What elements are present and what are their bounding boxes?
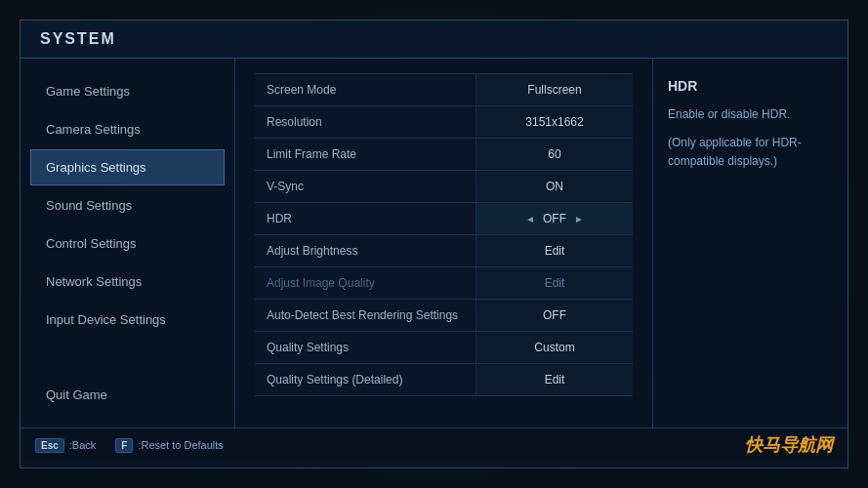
sidebar: Game Settings Camera Settings Graphics S… — [21, 59, 235, 427]
info-panel: HDR Enable or disable HDR. (Only applica… — [652, 59, 847, 427]
setting-label-quality-settings: Quality Settings — [255, 332, 476, 363]
table-row[interactable]: Limit Frame Rate 60 — [255, 139, 633, 171]
setting-label-limit-frame-rate: Limit Frame Rate — [255, 139, 476, 170]
info-panel-line-2: (Only applicable for HDR-compatible disp… — [668, 134, 833, 171]
table-row[interactable]: Resolution 3151x1662 — [255, 106, 633, 139]
sidebar-item-sound-settings[interactable]: Sound Settings — [30, 187, 225, 224]
setting-label-adjust-image-quality: Adjust Image Quality — [255, 267, 476, 299]
page-title: SYSTEM — [40, 30, 116, 47]
table-row[interactable]: Auto-Detect Best Rendering Settings OFF — [255, 300, 633, 332]
setting-value-hdr[interactable]: ◄ OFF ► — [476, 203, 633, 234]
setting-value-quality-settings-detailed[interactable]: Edit — [476, 364, 633, 395]
hint-back-label: :Back — [69, 439, 97, 451]
setting-value-v-sync[interactable]: ON — [476, 171, 633, 202]
table-row[interactable]: Adjust Brightness Edit — [255, 235, 633, 267]
key-esc: Esc — [35, 438, 64, 453]
table-row[interactable]: Quality Settings (Detailed) Edit — [255, 364, 633, 396]
setting-value-limit-frame-rate[interactable]: 60 — [476, 139, 633, 170]
table-row: Adjust Image Quality Edit — [255, 267, 633, 300]
setting-value-screen-mode[interactable]: Fullscreen — [476, 74, 633, 105]
setting-value-adjust-image-quality: Edit — [476, 267, 633, 299]
setting-label-auto-detect: Auto-Detect Best Rendering Settings — [255, 300, 476, 331]
main-container: SYSTEM Game Settings Camera Settings Gra… — [20, 20, 848, 468]
table-row[interactable]: HDR ◄ OFF ► — [255, 203, 633, 235]
arrow-right-icon[interactable]: ► — [574, 214, 584, 224]
table-row[interactable]: V-Sync ON — [255, 171, 633, 203]
hint-reset: F :Reset to Defaults — [115, 438, 224, 453]
table-row[interactable]: Quality Settings Custom — [255, 332, 633, 364]
quit-game-button[interactable]: Quit Game — [30, 377, 225, 413]
hint-back: Esc :Back — [35, 438, 96, 453]
sidebar-item-control-settings[interactable]: Control Settings — [30, 225, 225, 262]
sidebar-item-input-device-settings[interactable]: Input Device Settings — [30, 302, 225, 338]
title-bar: SYSTEM — [21, 20, 847, 59]
setting-label-quality-settings-detailed: Quality Settings (Detailed) — [255, 364, 476, 395]
setting-value-adjust-brightness[interactable]: Edit — [476, 235, 633, 266]
center-panel: Screen Mode Fullscreen Resolution 3151x1… — [235, 59, 652, 427]
setting-value-resolution[interactable]: 3151x1662 — [476, 106, 633, 138]
sidebar-spacer — [30, 340, 225, 370]
setting-label-screen-mode: Screen Mode — [255, 74, 476, 105]
sidebar-item-network-settings[interactable]: Network Settings — [30, 264, 225, 300]
setting-value-quality-settings[interactable]: Custom — [476, 332, 633, 363]
bottom-bar: Esc :Back F :Reset to Defaults 快马导航网 — [21, 427, 847, 462]
setting-label-resolution: Resolution — [255, 106, 476, 138]
info-panel-line-1: Enable or disable HDR. — [668, 105, 833, 124]
setting-label-adjust-brightness: Adjust Brightness — [255, 235, 476, 266]
watermark: 快马导航网 — [745, 433, 833, 457]
setting-value-auto-detect[interactable]: OFF — [476, 300, 633, 331]
content-area: Game Settings Camera Settings Graphics S… — [21, 59, 847, 427]
hint-reset-label: :Reset to Defaults — [138, 439, 223, 451]
sidebar-item-camera-settings[interactable]: Camera Settings — [30, 111, 225, 147]
table-row[interactable]: Screen Mode Fullscreen — [255, 73, 633, 106]
sidebar-item-graphics-settings[interactable]: Graphics Settings — [30, 149, 225, 185]
sidebar-item-game-settings[interactable]: Game Settings — [30, 73, 225, 109]
key-f: F — [115, 438, 133, 453]
setting-label-hdr: HDR — [255, 203, 476, 234]
arrow-left-icon[interactable]: ◄ — [525, 214, 535, 224]
info-panel-title: HDR — [668, 78, 833, 94]
setting-label-v-sync: V-Sync — [255, 171, 476, 202]
